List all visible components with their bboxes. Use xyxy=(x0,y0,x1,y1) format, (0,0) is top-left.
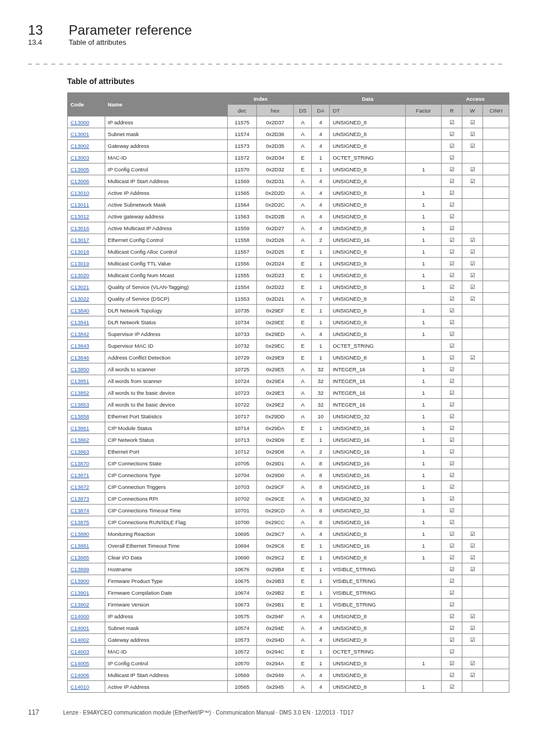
code-link[interactable]: C13019 xyxy=(71,260,89,267)
code-link[interactable]: C13880 xyxy=(71,531,89,537)
code-link[interactable]: C13840 xyxy=(71,307,89,314)
code-link[interactable]: C13885 xyxy=(71,554,89,561)
code-link[interactable]: C13011 xyxy=(71,202,89,208)
cell-factor: 1 xyxy=(405,305,441,316)
code-link[interactable]: C13010 xyxy=(71,190,89,196)
code-link[interactable]: C13022 xyxy=(71,296,89,302)
code-link[interactable]: C13881 xyxy=(71,543,89,549)
cell-r: ☑ xyxy=(442,669,462,681)
code-link[interactable]: C13842 xyxy=(71,331,89,337)
code-link[interactable]: C13871 xyxy=(71,472,89,478)
code-link[interactable]: C13020 xyxy=(71,272,89,278)
code-link[interactable]: C13002 xyxy=(71,143,89,149)
code-link[interactable]: C13861 xyxy=(71,425,89,431)
code-link[interactable]: C13017 xyxy=(71,237,89,243)
code-link[interactable]: C14003 xyxy=(71,648,89,655)
code-link[interactable]: C13006 xyxy=(71,178,89,184)
cell-w: ☑ xyxy=(462,669,483,681)
cell-ds: E xyxy=(294,258,312,269)
code-link[interactable]: C13851 xyxy=(71,378,89,384)
cell-name: All words to the basic device xyxy=(105,387,227,399)
code-link[interactable]: C13005 xyxy=(71,166,89,172)
cell-name: MAC-ID xyxy=(105,646,227,657)
cell-r: ☑ xyxy=(442,410,462,422)
code-link[interactable]: C13000 xyxy=(71,119,89,125)
cell-r: ☑ xyxy=(442,352,462,363)
code-link[interactable]: C13841 xyxy=(71,319,89,325)
code-link[interactable]: C13873 xyxy=(71,496,89,502)
cell-name: Supervisor MAC ID xyxy=(105,340,227,352)
cell-dt: UNSIGNED_8 xyxy=(330,528,406,540)
cell-w: ☑ xyxy=(462,258,483,269)
code-link[interactable]: C13858 xyxy=(71,413,89,419)
cell-hex: 0x29E9 xyxy=(256,352,294,363)
code-link[interactable]: C14010 xyxy=(71,684,89,690)
cell-factor: 1 xyxy=(405,422,441,434)
table-row: C13006Multicast IP Start Address115690x2… xyxy=(68,175,509,187)
code-link[interactable]: C13899 xyxy=(71,566,89,572)
code-link[interactable]: C13862 xyxy=(71,437,89,443)
code-link[interactable]: C14001 xyxy=(71,625,89,631)
cell-code: C13851 xyxy=(68,375,105,387)
code-link[interactable]: C13001 xyxy=(71,131,89,137)
cell-name: Multicast IP Start Address xyxy=(105,669,227,681)
cell-factor xyxy=(405,599,441,610)
cell-ds: A xyxy=(294,610,312,622)
cell-w: ☑ xyxy=(462,293,483,305)
cell-w: ☑ xyxy=(462,610,483,622)
col-factor: Factor xyxy=(405,105,441,116)
code-link[interactable]: C14002 xyxy=(71,637,89,643)
cell-name: Quality of Service (VLAN-Tagging) xyxy=(105,281,227,293)
code-link[interactable]: C13874 xyxy=(71,507,89,514)
code-link[interactable]: C13852 xyxy=(71,390,89,396)
cell-w xyxy=(462,305,483,316)
cell-name: IP address xyxy=(105,116,227,128)
code-link[interactable]: C13850 xyxy=(71,366,89,372)
cell-w xyxy=(462,446,483,458)
code-link[interactable]: C13846 xyxy=(71,354,89,361)
cell-w: ☑ xyxy=(462,175,483,187)
cell-dt: UNSIGNED_8 xyxy=(330,552,406,563)
table-row: C13902Firmware Version106730x29B1E1VISIB… xyxy=(68,599,509,610)
cell-cinh xyxy=(483,116,509,128)
cell-dec: 10714 xyxy=(227,422,256,434)
code-link[interactable]: C13843 xyxy=(71,343,89,349)
cell-w xyxy=(462,328,483,340)
code-link[interactable]: C13021 xyxy=(71,284,89,290)
code-link[interactable]: C13902 xyxy=(71,601,89,608)
code-link[interactable]: C14005 xyxy=(71,660,89,666)
code-link[interactable]: C13900 xyxy=(71,578,89,584)
code-link[interactable]: C13863 xyxy=(71,449,89,455)
code-link[interactable]: C13870 xyxy=(71,460,89,466)
cell-r: ☑ xyxy=(442,281,462,293)
code-link[interactable]: C13853 xyxy=(71,402,89,408)
cell-hex: 0x29CC xyxy=(256,516,294,528)
cell-dec: 10572 xyxy=(227,646,256,657)
cell-cinh xyxy=(483,610,509,622)
cell-factor: 1 xyxy=(405,505,441,516)
code-link[interactable]: C13875 xyxy=(71,519,89,525)
code-link[interactable]: C13016 xyxy=(71,225,89,231)
code-link[interactable]: C14000 xyxy=(71,613,89,619)
code-link[interactable]: C13012 xyxy=(71,213,89,220)
code-link[interactable]: C13872 xyxy=(71,484,89,490)
cell-da: 1 xyxy=(312,269,330,281)
code-link[interactable]: C13901 xyxy=(71,590,89,596)
cell-hex: 0x294C xyxy=(256,646,294,657)
cell-dt: UNSIGNED_8 xyxy=(330,657,406,669)
cell-ds: E xyxy=(294,434,312,446)
cell-code: C13002 xyxy=(68,140,105,152)
cell-name: Active IP Address xyxy=(105,187,227,199)
code-link[interactable]: C14006 xyxy=(71,672,89,678)
cell-w xyxy=(462,493,483,505)
code-link[interactable]: C13018 xyxy=(71,249,89,255)
cell-factor: 1 xyxy=(405,281,441,293)
cell-r: ☑ xyxy=(442,587,462,599)
code-link[interactable]: C13003 xyxy=(71,155,89,161)
cell-code: C13006 xyxy=(68,175,105,187)
cell-r: ☑ xyxy=(442,446,462,458)
cell-dt: UNSIGNED_8 xyxy=(330,352,406,363)
cell-ds: A xyxy=(294,458,312,469)
cell-da: 1 xyxy=(312,587,330,599)
cell-name: Overall Ethernet Timeout Time xyxy=(105,540,227,552)
